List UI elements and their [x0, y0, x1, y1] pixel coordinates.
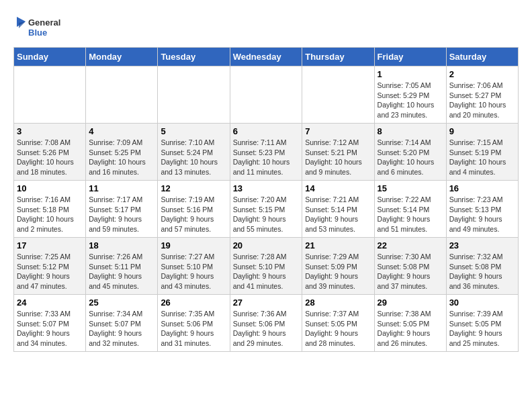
day-number: 24: [17, 298, 83, 308]
day-cell: 17Sunrise: 7:25 AM Sunset: 5:12 PM Dayli…: [14, 238, 86, 295]
day-number: 27: [233, 298, 300, 308]
calendar-table: SundayMondayTuesdayWednesdayThursdayFrid…: [13, 47, 519, 352]
day-number: 4: [89, 126, 154, 136]
week-row-3: 17Sunrise: 7:25 AM Sunset: 5:12 PM Dayli…: [14, 238, 519, 295]
day-info: Sunrise: 7:17 AM Sunset: 5:17 PM Dayligh…: [89, 195, 154, 234]
day-number: 20: [233, 240, 300, 250]
day-info: Sunrise: 7:06 AM Sunset: 5:27 PM Dayligh…: [449, 81, 515, 120]
week-row-0: 1Sunrise: 7:05 AM Sunset: 5:29 PM Daylig…: [14, 66, 519, 124]
day-cell: 23Sunrise: 7:32 AM Sunset: 5:08 PM Dayli…: [446, 238, 518, 295]
svg-text:General: General: [28, 17, 60, 28]
day-info: Sunrise: 7:09 AM Sunset: 5:25 PM Dayligh…: [89, 138, 154, 177]
day-info: Sunrise: 7:28 AM Sunset: 5:10 PM Dayligh…: [233, 252, 300, 291]
day-info: Sunrise: 7:32 AM Sunset: 5:08 PM Dayligh…: [449, 252, 515, 291]
logo-svg: General Blue: [13, 13, 67, 40]
day-cell: [158, 66, 230, 124]
day-number: 28: [305, 298, 371, 308]
day-cell: 6Sunrise: 7:11 AM Sunset: 5:23 PM Daylig…: [230, 124, 302, 181]
day-number: 14: [305, 183, 371, 193]
day-info: Sunrise: 7:22 AM Sunset: 5:14 PM Dayligh…: [378, 195, 443, 234]
day-cell: 4Sunrise: 7:09 AM Sunset: 5:25 PM Daylig…: [86, 124, 158, 181]
day-info: Sunrise: 7:37 AM Sunset: 5:05 PM Dayligh…: [305, 309, 371, 349]
day-info: Sunrise: 7:26 AM Sunset: 5:11 PM Dayligh…: [89, 252, 154, 291]
day-info: Sunrise: 7:14 AM Sunset: 5:20 PM Dayligh…: [378, 138, 443, 177]
day-info: Sunrise: 7:19 AM Sunset: 5:16 PM Dayligh…: [161, 195, 226, 234]
day-cell: [14, 66, 86, 124]
week-row-2: 10Sunrise: 7:16 AM Sunset: 5:18 PM Dayli…: [14, 181, 519, 238]
day-info: Sunrise: 7:38 AM Sunset: 5:05 PM Dayligh…: [378, 309, 443, 349]
day-cell: 10Sunrise: 7:16 AM Sunset: 5:18 PM Dayli…: [14, 181, 86, 238]
day-number: 10: [17, 183, 83, 193]
day-cell: 11Sunrise: 7:17 AM Sunset: 5:17 PM Dayli…: [86, 181, 158, 238]
header-cell-sunday: Sunday: [14, 48, 86, 66]
calendar-header: SundayMondayTuesdayWednesdayThursdayFrid…: [14, 48, 519, 66]
day-number: 6: [233, 126, 300, 136]
day-number: 7: [305, 126, 371, 136]
day-cell: 20Sunrise: 7:28 AM Sunset: 5:10 PM Dayli…: [230, 238, 302, 295]
day-number: 29: [378, 298, 443, 308]
day-cell: 30Sunrise: 7:39 AM Sunset: 5:05 PM Dayli…: [446, 295, 518, 352]
logo: General Blue: [13, 13, 67, 40]
day-number: 18: [89, 240, 154, 250]
day-info: Sunrise: 7:16 AM Sunset: 5:18 PM Dayligh…: [17, 195, 83, 234]
day-cell: 9Sunrise: 7:15 AM Sunset: 5:19 PM Daylig…: [446, 124, 518, 181]
day-number: 5: [161, 126, 226, 136]
header-cell-saturday: Saturday: [446, 48, 518, 66]
day-cell: [230, 66, 302, 124]
header-cell-wednesday: Wednesday: [230, 48, 302, 66]
page-header: General Blue: [13, 13, 519, 40]
day-cell: 29Sunrise: 7:38 AM Sunset: 5:05 PM Dayli…: [374, 295, 446, 352]
day-number: 22: [378, 240, 443, 250]
day-info: Sunrise: 7:29 AM Sunset: 5:09 PM Dayligh…: [305, 252, 371, 291]
day-cell: [86, 66, 158, 124]
day-info: Sunrise: 7:10 AM Sunset: 5:24 PM Dayligh…: [161, 138, 226, 177]
day-cell: 2Sunrise: 7:06 AM Sunset: 5:27 PM Daylig…: [446, 66, 518, 124]
svg-text:Blue: Blue: [28, 28, 47, 38]
day-cell: 24Sunrise: 7:33 AM Sunset: 5:07 PM Dayli…: [14, 295, 86, 352]
day-number: 1: [378, 69, 443, 79]
day-number: 13: [233, 183, 300, 193]
day-info: Sunrise: 7:25 AM Sunset: 5:12 PM Dayligh…: [17, 252, 83, 291]
day-cell: 1Sunrise: 7:05 AM Sunset: 5:29 PM Daylig…: [374, 66, 446, 124]
day-info: Sunrise: 7:08 AM Sunset: 5:26 PM Dayligh…: [17, 138, 83, 177]
day-cell: 7Sunrise: 7:12 AM Sunset: 5:21 PM Daylig…: [302, 124, 374, 181]
day-number: 30: [449, 298, 515, 308]
day-info: Sunrise: 7:27 AM Sunset: 5:10 PM Dayligh…: [161, 252, 226, 291]
day-info: Sunrise: 7:15 AM Sunset: 5:19 PM Dayligh…: [449, 138, 515, 177]
day-cell: 25Sunrise: 7:34 AM Sunset: 5:07 PM Dayli…: [86, 295, 158, 352]
day-number: 21: [305, 240, 371, 250]
day-number: 11: [89, 183, 154, 193]
day-cell: 14Sunrise: 7:21 AM Sunset: 5:14 PM Dayli…: [302, 181, 374, 238]
day-info: Sunrise: 7:34 AM Sunset: 5:07 PM Dayligh…: [89, 309, 154, 349]
day-cell: 15Sunrise: 7:22 AM Sunset: 5:14 PM Dayli…: [374, 181, 446, 238]
day-info: Sunrise: 7:05 AM Sunset: 5:29 PM Dayligh…: [378, 81, 443, 120]
day-info: Sunrise: 7:39 AM Sunset: 5:05 PM Dayligh…: [449, 309, 515, 349]
day-cell: 18Sunrise: 7:26 AM Sunset: 5:11 PM Dayli…: [86, 238, 158, 295]
header-cell-monday: Monday: [86, 48, 158, 66]
header-row: SundayMondayTuesdayWednesdayThursdayFrid…: [14, 48, 519, 66]
week-row-4: 24Sunrise: 7:33 AM Sunset: 5:07 PM Dayli…: [14, 295, 519, 352]
header-cell-thursday: Thursday: [302, 48, 374, 66]
day-number: 17: [17, 240, 83, 250]
day-cell: [302, 66, 374, 124]
day-number: 8: [378, 126, 443, 136]
day-info: Sunrise: 7:35 AM Sunset: 5:06 PM Dayligh…: [161, 309, 226, 349]
day-number: 9: [449, 126, 515, 136]
day-cell: 5Sunrise: 7:10 AM Sunset: 5:24 PM Daylig…: [158, 124, 230, 181]
day-cell: 22Sunrise: 7:30 AM Sunset: 5:08 PM Dayli…: [374, 238, 446, 295]
day-info: Sunrise: 7:21 AM Sunset: 5:14 PM Dayligh…: [305, 195, 371, 234]
day-cell: 8Sunrise: 7:14 AM Sunset: 5:20 PM Daylig…: [374, 124, 446, 181]
day-info: Sunrise: 7:11 AM Sunset: 5:23 PM Dayligh…: [233, 138, 300, 177]
day-number: 25: [89, 298, 154, 308]
day-number: 3: [17, 126, 83, 136]
day-cell: 13Sunrise: 7:20 AM Sunset: 5:15 PM Dayli…: [230, 181, 302, 238]
day-cell: 26Sunrise: 7:35 AM Sunset: 5:06 PM Dayli…: [158, 295, 230, 352]
day-cell: 12Sunrise: 7:19 AM Sunset: 5:16 PM Dayli…: [158, 181, 230, 238]
day-cell: 21Sunrise: 7:29 AM Sunset: 5:09 PM Dayli…: [302, 238, 374, 295]
day-cell: 28Sunrise: 7:37 AM Sunset: 5:05 PM Dayli…: [302, 295, 374, 352]
header-cell-friday: Friday: [374, 48, 446, 66]
day-info: Sunrise: 7:23 AM Sunset: 5:13 PM Dayligh…: [449, 195, 515, 234]
day-number: 26: [161, 298, 226, 308]
day-number: 16: [449, 183, 515, 193]
day-cell: 27Sunrise: 7:36 AM Sunset: 5:06 PM Dayli…: [230, 295, 302, 352]
